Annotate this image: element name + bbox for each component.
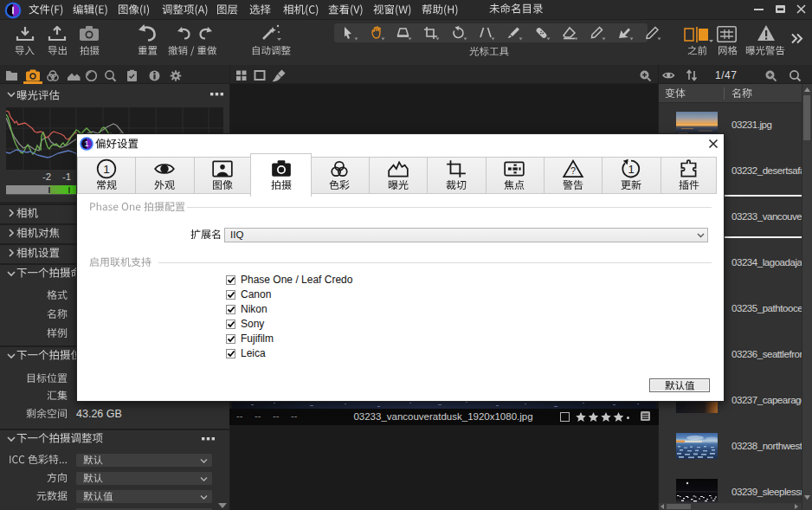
svg-text:?: ?	[570, 166, 576, 177]
svg-text:1: 1	[84, 139, 88, 148]
svg-text:1: 1	[103, 163, 110, 176]
svg-text:1: 1	[628, 163, 634, 176]
